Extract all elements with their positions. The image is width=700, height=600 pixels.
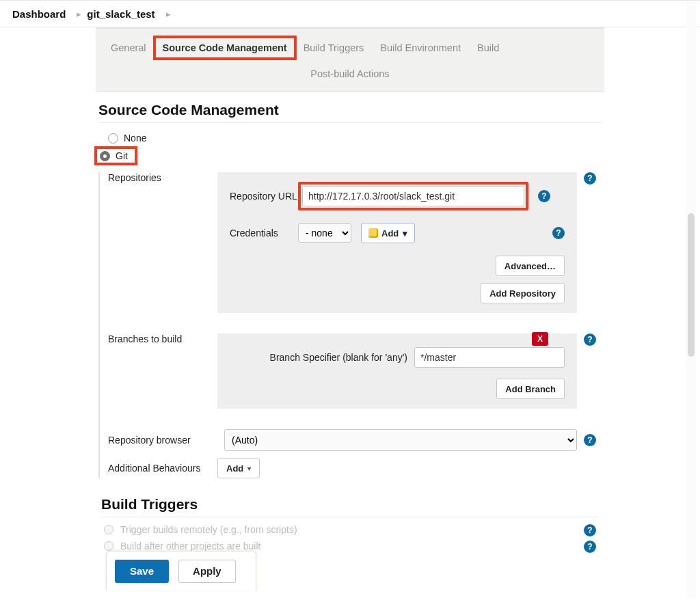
credentials-select[interactable]: - none - (298, 223, 351, 243)
scm-option-none[interactable]: None (98, 130, 602, 146)
add-repository-button[interactable]: Add Repository (481, 283, 565, 303)
breadcrumb: Dashboard ▸ git_slack_test ▸ (0, 0, 700, 27)
label-repositories: Repositories (108, 172, 211, 183)
button-label: Add (381, 228, 399, 238)
repo-browser-select[interactable]: (Auto) (224, 429, 577, 451)
repository-block: Repository URL ? Credentials - none - (217, 172, 577, 313)
section-heading-scm: Source Code Management (96, 102, 604, 118)
chevron-down-icon: ▾ (403, 228, 407, 238)
radio-icon (104, 525, 113, 534)
scm-option-git[interactable]: Git (94, 146, 137, 165)
build-after-row[interactable]: Build after other projects are built ? (104, 541, 596, 551)
add-credentials-button[interactable]: Add ▾ (361, 223, 415, 243)
chevron-right-icon: ▸ (166, 9, 171, 19)
save-button[interactable]: Save (115, 560, 169, 583)
label-branch-specifier: Branch Specifier (blank for 'any') (270, 352, 407, 363)
trigger-remote-row[interactable]: Trigger builds remotely (e.g., from scri… (104, 524, 596, 535)
help-icon[interactable]: ? (538, 190, 550, 202)
help-icon[interactable]: ? (584, 172, 596, 185)
radio-icon (104, 541, 113, 551)
help-icon[interactable]: ? (584, 524, 596, 536)
section-heading-build-triggers: Build Triggers (98, 496, 602, 513)
add-behaviour-button[interactable]: Add ▾ (217, 458, 260, 478)
label-branches: Branches to build (108, 333, 211, 344)
chevron-down-icon: ▾ (247, 465, 251, 472)
advanced-button[interactable]: Advanced… (496, 256, 565, 276)
radio-label-git: Git (116, 150, 128, 161)
help-icon[interactable]: ? (584, 333, 596, 346)
help-icon[interactable]: ? (584, 541, 596, 553)
sticky-footer: Save Apply (106, 551, 256, 590)
label-credentials: Credentials (230, 228, 298, 238)
divider (98, 122, 602, 123)
config-tab-bar: General Source Code Management Build Tri… (96, 27, 604, 92)
label-repo-url: Repository URL (230, 191, 298, 202)
branch-block: X Branch Specifier (blank for 'any') Add… (217, 333, 577, 409)
help-icon[interactable]: ? (584, 434, 596, 446)
label-trigger-remote: Trigger builds remotely (e.g., from scri… (120, 524, 297, 535)
divider (101, 517, 599, 517)
tab-general[interactable]: General (103, 37, 154, 59)
radio-label-none: None (124, 133, 146, 144)
radio-selected-icon (100, 151, 110, 161)
scrollbar-thumb[interactable] (688, 213, 695, 357)
radio-icon (108, 133, 118, 144)
chevron-right-icon: ▸ (77, 9, 81, 19)
tab-source-code-management[interactable]: Source Code Management (154, 37, 295, 59)
help-icon[interactable]: ? (552, 227, 565, 239)
breadcrumb-project[interactable]: git_slack_test (87, 8, 154, 20)
tab-build-environment[interactable]: Build Environment (372, 37, 469, 59)
add-branch-button[interactable]: Add Branch (496, 379, 565, 399)
tab-build[interactable]: Build (469, 37, 507, 59)
key-icon (368, 228, 378, 238)
label-additional-behaviours: Additional Behaviours (108, 463, 211, 474)
scrollbar[interactable] (686, 1, 696, 599)
delete-branch-button[interactable]: X (532, 332, 548, 346)
tab-post-build-actions[interactable]: Post-build Actions (302, 63, 397, 85)
branch-specifier-input[interactable] (414, 347, 565, 368)
label-repo-browser: Repository browser (108, 435, 217, 446)
repo-url-input[interactable] (302, 186, 524, 206)
apply-button[interactable]: Apply (178, 560, 236, 583)
breadcrumb-root[interactable]: Dashboard (12, 8, 66, 20)
label-build-after: Build after other projects are built (120, 541, 260, 551)
tab-build-triggers[interactable]: Build Triggers (295, 37, 373, 59)
